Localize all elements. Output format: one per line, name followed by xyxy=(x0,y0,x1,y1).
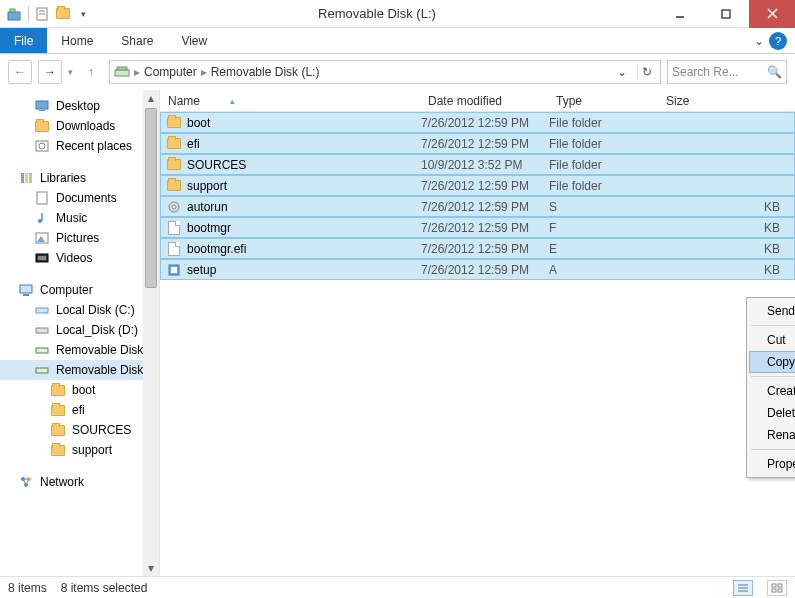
svg-rect-11 xyxy=(36,101,48,109)
nav-music[interactable]: Music xyxy=(0,208,159,228)
nav-documents[interactable]: Documents xyxy=(0,188,159,208)
nav-label: Pictures xyxy=(56,231,99,245)
nav-removable-2[interactable]: Removable Disk ( xyxy=(0,360,159,380)
file-type-icon xyxy=(165,242,183,256)
scroll-down-icon[interactable]: ▾ xyxy=(143,560,159,576)
file-type: S xyxy=(549,200,659,214)
nav-network[interactable]: Network xyxy=(0,472,159,492)
nav-history-dropdown[interactable]: ▾ xyxy=(68,67,73,77)
nav-back-button[interactable]: ← xyxy=(8,60,32,84)
nav-label: Local_Disk (D:) xyxy=(56,323,138,337)
ctx-create-shortcut[interactable]: Create shortcut xyxy=(749,380,795,402)
title-bar: ▾ Removable Disk (L:) xyxy=(0,0,795,28)
favorites-recent[interactable]: Recent places xyxy=(0,136,159,156)
sort-arrow-icon: ▴ xyxy=(230,96,235,106)
tab-share[interactable]: Share xyxy=(107,28,167,53)
help-icon[interactable]: ? xyxy=(769,32,787,50)
nav-videos[interactable]: Videos xyxy=(0,248,159,268)
file-type-icon xyxy=(165,221,183,235)
svg-rect-45 xyxy=(778,584,782,587)
context-menu: Send to▶ Cut Copy Create shortcut Delete… xyxy=(746,297,795,478)
nav-pictures[interactable]: Pictures xyxy=(0,228,159,248)
qat-divider xyxy=(28,6,29,22)
column-type[interactable]: Type xyxy=(548,94,658,108)
nav-folder-efi[interactable]: efi xyxy=(0,400,159,420)
file-row[interactable]: autorun7/26/2012 12:59 PMSKB xyxy=(160,196,795,217)
ctx-properties[interactable]: Properties xyxy=(749,453,795,475)
favorites-downloads[interactable]: Downloads xyxy=(0,116,159,136)
file-row[interactable]: efi7/26/2012 12:59 PMFile folder xyxy=(160,133,795,154)
maximize-button[interactable] xyxy=(703,0,749,28)
ctx-rename[interactable]: Rename xyxy=(749,424,795,446)
ctx-delete[interactable]: Delete xyxy=(749,402,795,424)
file-size: KB xyxy=(659,263,790,277)
minimize-button[interactable] xyxy=(657,0,703,28)
search-box[interactable]: Search Re... 🔍 xyxy=(667,60,787,84)
breadcrumb-removable[interactable]: Removable Disk (L:) xyxy=(211,65,320,79)
nav-label: Removable Disk ( xyxy=(56,363,151,377)
nav-forward-button[interactable]: → xyxy=(38,60,62,84)
ctx-copy[interactable]: Copy xyxy=(749,351,795,373)
scroll-thumb[interactable] xyxy=(145,108,157,288)
file-name: support xyxy=(183,179,421,193)
file-date: 10/9/2012 3:52 PM xyxy=(421,158,549,172)
desktop-icon xyxy=(34,98,50,114)
nav-folder-sources[interactable]: SOURCES xyxy=(0,420,159,440)
scroll-up-icon[interactable]: ▴ xyxy=(143,90,159,106)
file-row[interactable]: bootmgr.efi7/26/2012 12:59 PMEKB xyxy=(160,238,795,259)
breadcrumb-sep[interactable]: ▸ xyxy=(134,65,140,79)
music-icon xyxy=(34,210,50,226)
nav-folder-support[interactable]: support xyxy=(0,440,159,460)
col-label: Name xyxy=(168,94,200,108)
folder-icon xyxy=(50,442,66,458)
tab-home[interactable]: Home xyxy=(47,28,107,53)
tab-file[interactable]: File xyxy=(0,28,47,53)
tab-view[interactable]: View xyxy=(167,28,221,53)
file-row[interactable]: bootmgr7/26/2012 12:59 PMFKB xyxy=(160,217,795,238)
file-row[interactable]: setup7/26/2012 12:59 PMAKB xyxy=(160,259,795,280)
file-date: 7/26/2012 12:59 PM xyxy=(421,221,549,235)
nav-removable-1[interactable]: Removable Disk ( xyxy=(0,340,159,360)
favorites-desktop[interactable]: Desktop xyxy=(0,96,159,116)
nav-label: Desktop xyxy=(56,99,100,113)
breadcrumb-computer[interactable]: Computer xyxy=(144,65,197,79)
nav-local-d[interactable]: Local_Disk (D:) xyxy=(0,320,159,340)
nav-up-button[interactable]: ↑ xyxy=(79,60,103,84)
view-details-button[interactable] xyxy=(733,580,753,596)
nav-local-c[interactable]: Local Disk (C:) xyxy=(0,300,159,320)
svg-rect-44 xyxy=(772,584,776,587)
file-row[interactable]: boot7/26/2012 12:59 PMFile folder xyxy=(160,112,795,133)
close-button[interactable] xyxy=(749,0,795,28)
new-folder-icon[interactable] xyxy=(55,6,71,22)
ribbon-tabs: File Home Share View ⌄ ? xyxy=(0,28,795,54)
nav-computer[interactable]: Computer xyxy=(0,280,159,300)
column-date[interactable]: Date modified xyxy=(420,94,548,108)
file-name: bootmgr xyxy=(183,221,421,235)
column-size[interactable]: Size xyxy=(658,94,795,108)
nav-label: Computer xyxy=(40,283,93,297)
column-name[interactable]: Name▴ xyxy=(160,94,420,108)
file-row[interactable]: support7/26/2012 12:59 PMFile folder xyxy=(160,175,795,196)
file-row[interactable]: SOURCES10/9/2012 3:52 PMFile folder xyxy=(160,154,795,175)
svg-rect-40 xyxy=(171,267,177,273)
app-icon[interactable] xyxy=(6,6,22,22)
qat-dropdown-icon[interactable]: ▾ xyxy=(75,6,91,22)
nav-label: support xyxy=(72,443,112,457)
address-dropdown-icon[interactable]: ⌄ xyxy=(611,65,633,79)
svg-rect-16 xyxy=(25,173,28,183)
nav-scrollbar[interactable]: ▴ ▾ xyxy=(143,90,159,576)
view-tiles-button[interactable] xyxy=(767,580,787,596)
ctx-send-to[interactable]: Send to▶ xyxy=(749,300,795,322)
search-icon[interactable]: 🔍 xyxy=(767,65,782,79)
ctx-cut[interactable]: Cut xyxy=(749,329,795,351)
file-name: bootmgr.efi xyxy=(183,242,421,256)
ctx-separator xyxy=(751,449,795,450)
properties-icon[interactable] xyxy=(35,6,51,22)
refresh-icon[interactable]: ↻ xyxy=(637,65,656,79)
address-bar[interactable]: ▸ Computer ▸ Removable Disk (L:) ⌄ ↻ xyxy=(109,60,661,84)
file-date: 7/26/2012 12:59 PM xyxy=(421,242,549,256)
nav-folder-boot[interactable]: boot xyxy=(0,380,159,400)
breadcrumb-sep[interactable]: ▸ xyxy=(201,65,207,79)
expand-ribbon-icon[interactable]: ⌄ xyxy=(749,34,769,48)
nav-libraries[interactable]: Libraries xyxy=(0,168,159,188)
